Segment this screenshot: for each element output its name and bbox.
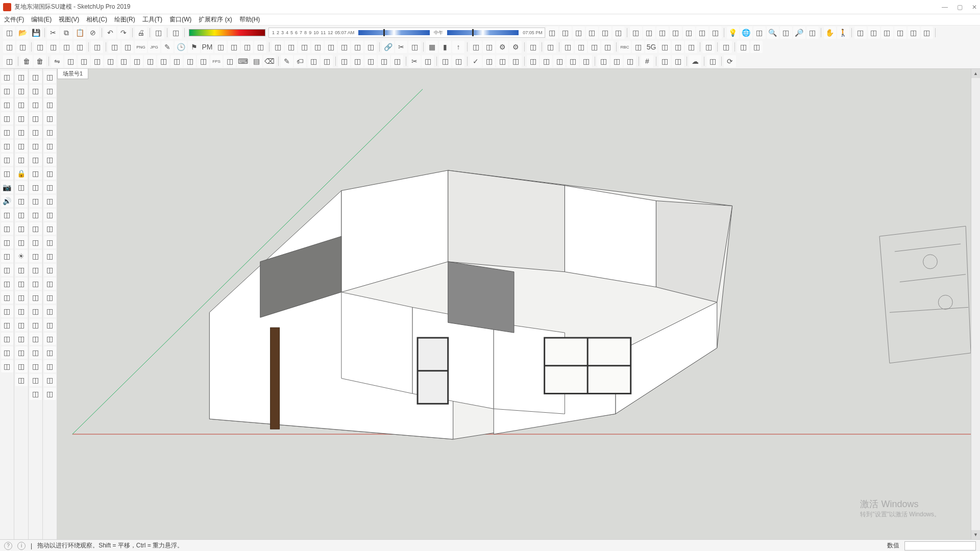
s1a-icon[interactable]: ◫ [1, 126, 13, 138]
db1-icon[interactable]: ◫ [272, 41, 284, 53]
extent-icon[interactable]: ◫ [806, 27, 819, 39]
box2-icon[interactable]: ◫ [643, 27, 655, 39]
house3-icon[interactable]: ◫ [573, 27, 585, 39]
c1-icon[interactable]: ◫ [561, 41, 574, 53]
hand2-icon[interactable]: ◫ [15, 85, 28, 97]
b4v-icon[interactable]: ◫ [44, 360, 56, 372]
b4j-icon[interactable]: ◫ [44, 195, 56, 207]
b4a-icon[interactable]: ◫ [44, 71, 56, 83]
minimize-button[interactable]: — [942, 4, 948, 11]
red2-icon[interactable]: ◫ [868, 27, 880, 39]
menu-edit[interactable]: 编辑(E) [31, 15, 52, 24]
exp2-icon[interactable]: ◫ [254, 41, 266, 53]
eraser-icon[interactable]: ⌫ [263, 55, 276, 67]
month-2[interactable]: 2 [276, 30, 280, 35]
l3-icon[interactable]: ◫ [685, 41, 697, 53]
chk-icon[interactable]: ✓ [470, 55, 482, 67]
menu-tools[interactable]: 工具(T) [142, 15, 162, 24]
s2r-icon[interactable]: ◫ [15, 374, 28, 386]
b4r-icon[interactable]: ◫ [44, 305, 56, 317]
sel2-icon[interactable]: ◫ [3, 41, 15, 53]
grp1-icon[interactable]: ◫ [34, 41, 46, 53]
b4m-icon[interactable]: ◫ [44, 236, 56, 248]
redo-icon[interactable]: ↷ [117, 27, 130, 39]
roof3-icon[interactable]: ◫ [612, 27, 625, 39]
b4g-icon[interactable]: ◫ [44, 154, 56, 166]
pm-icon[interactable]: PM [201, 41, 213, 53]
mt3-icon[interactable]: ◫ [509, 55, 522, 67]
er2-icon[interactable]: ◫ [338, 55, 350, 67]
l3t-icon[interactable]: ◫ [30, 333, 42, 345]
s2a-icon[interactable]: ◫ [15, 112, 28, 124]
sel-icon[interactable]: ◫ [780, 27, 792, 39]
sq3-icon[interactable]: ◫ [452, 55, 464, 67]
sp3-icon[interactable]: ◫ [624, 55, 636, 67]
mt2-icon[interactable]: ◫ [496, 55, 508, 67]
month-12[interactable]: 12 [327, 30, 334, 35]
save-icon[interactable]: 💾 [30, 27, 42, 39]
grp4-icon[interactable]: ◫ [74, 41, 86, 53]
s2f-icon[interactable]: ◫ [15, 195, 28, 207]
move-icon[interactable]: ◫ [91, 41, 103, 53]
s2h-icon[interactable]: ◫ [15, 222, 28, 235]
s1e-icon[interactable]: ◫ [1, 209, 13, 221]
up-icon[interactable]: ↑ [452, 41, 464, 53]
db4-icon[interactable]: ◫ [311, 41, 324, 53]
dn1-icon[interactable]: ◫ [470, 41, 482, 53]
trash2-icon[interactable]: 🗑 [34, 55, 46, 67]
db2-icon[interactable]: ◫ [285, 41, 297, 53]
trash-icon[interactable]: 🗑 [20, 55, 33, 67]
cld2-icon[interactable]: ◫ [15, 98, 28, 111]
b4k-icon[interactable]: ◫ [44, 209, 56, 221]
num-icon[interactable]: # [641, 55, 653, 67]
l3q-icon[interactable]: ◫ [30, 291, 42, 304]
dn2-icon[interactable]: ◫ [483, 41, 495, 53]
s1c-icon[interactable]: ◫ [1, 154, 13, 166]
scroll-down-icon[interactable]: ▼ [971, 530, 980, 539]
b4o-icon[interactable]: ◫ [44, 264, 56, 276]
sp2-icon[interactable]: ◫ [610, 55, 623, 67]
5g-icon[interactable]: 5G [645, 41, 657, 53]
value-input[interactable] [904, 541, 976, 550]
gem-icon[interactable]: ◫ [544, 41, 556, 53]
3d-s1-icon[interactable]: ◫ [1, 98, 13, 111]
b4w-icon[interactable]: ◫ [44, 374, 56, 386]
box6-icon[interactable]: ◫ [696, 27, 708, 39]
sel3-icon[interactable]: ◫ [307, 55, 320, 67]
sp1-icon[interactable]: ◫ [597, 55, 609, 67]
month-5[interactable]: 5 [289, 30, 294, 35]
s2i-icon[interactable]: ◫ [15, 236, 28, 248]
menu-view[interactable]: 视图(V) [59, 15, 79, 24]
rot-icon[interactable]: ⟳ [724, 55, 736, 67]
s1b-icon[interactable]: ◫ [1, 140, 13, 152]
red6-icon[interactable]: ◫ [921, 27, 933, 39]
box5-icon[interactable]: ◫ [683, 27, 695, 39]
c2-icon[interactable]: ◫ [575, 41, 587, 53]
ln4-icon[interactable]: ◫ [580, 55, 592, 67]
sky-icon[interactable]: ☁ [689, 55, 701, 67]
scroll-up-icon[interactable]: ▲ [971, 69, 980, 78]
cube-icon[interactable]: ◫ [169, 27, 182, 39]
zoom-icon[interactable]: 🔎 [793, 27, 805, 39]
doc2-icon[interactable]: ◫ [228, 41, 240, 53]
house2-icon[interactable]: ◫ [559, 27, 572, 39]
fs-icon[interactable]: ◫ [224, 55, 236, 67]
line2-icon[interactable]: ◫ [750, 41, 763, 53]
month-6[interactable]: 6 [294, 30, 299, 35]
flag-icon[interactable]: ⚑ [188, 41, 200, 53]
col1-icon[interactable]: ◫ [3, 55, 15, 67]
s1j-icon[interactable]: ◫ [1, 278, 13, 290]
b4i-icon[interactable]: ◫ [44, 181, 56, 193]
b4b-icon[interactable]: ◫ [44, 85, 56, 97]
cut-icon[interactable]: ✂ [47, 27, 59, 39]
l3f-icon[interactable]: ◫ [30, 140, 42, 152]
db3-icon[interactable]: ◫ [298, 41, 310, 53]
l3s-icon[interactable]: ◫ [30, 319, 42, 331]
menu-draw[interactable]: 绘图(R) [114, 15, 135, 24]
month-7[interactable]: 7 [299, 30, 303, 35]
box3-icon[interactable]: ◫ [656, 27, 669, 39]
time-slider-2[interactable] [447, 30, 519, 35]
s2b-icon[interactable]: ◫ [15, 126, 28, 138]
b4n-icon[interactable]: ◫ [44, 250, 56, 262]
brick-icon[interactable]: ◫ [170, 55, 183, 67]
